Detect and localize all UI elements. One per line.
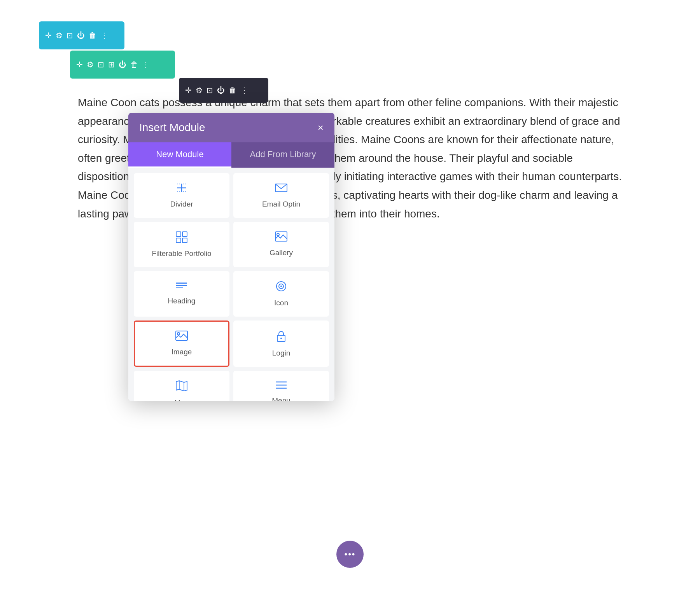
settings-icon-3[interactable]: ⚙ bbox=[196, 86, 203, 95]
filterable-portfolio-icon bbox=[175, 231, 188, 245]
module-gallery[interactable]: Gallery bbox=[233, 222, 329, 267]
module-icon-label: Icon bbox=[274, 299, 288, 307]
modal-tabs: New Module Add From Library bbox=[128, 142, 334, 168]
svg-rect-6 bbox=[182, 232, 187, 236]
email-optin-icon bbox=[275, 182, 288, 196]
svg-point-18 bbox=[177, 333, 180, 335]
module-menu-label: Menu bbox=[272, 396, 290, 401]
svg-rect-8 bbox=[182, 238, 187, 243]
svg-point-20 bbox=[280, 338, 282, 339]
modal-close-button[interactable]: × bbox=[318, 123, 324, 133]
module-divider[interactable]: Divider bbox=[134, 173, 229, 218]
dots-icon: ••• bbox=[344, 549, 355, 559]
menu-icon bbox=[275, 380, 287, 392]
toolbar-2[interactable]: ✛ ⚙ ⊡ ⊞ ⏻ 🗑 ⋮ bbox=[70, 51, 175, 79]
module-heading[interactable]: Heading bbox=[134, 271, 229, 317]
module-map-label: Map bbox=[175, 398, 189, 401]
move-icon[interactable]: ✛ bbox=[45, 31, 52, 40]
tab-new-module[interactable]: New Module bbox=[128, 142, 231, 168]
delete-icon-3[interactable]: 🗑 bbox=[229, 86, 236, 95]
module-image[interactable]: Image bbox=[134, 321, 229, 367]
svg-point-10 bbox=[277, 233, 279, 236]
duplicate-icon-3[interactable]: ⊡ bbox=[206, 86, 213, 95]
toolbar-1[interactable]: ✛ ⚙ ⊡ ⏻ 🗑 ⋮ bbox=[39, 21, 124, 49]
module-filterable-portfolio-label: Filterable Portfolio bbox=[152, 249, 211, 258]
module-image-label: Image bbox=[172, 348, 192, 356]
duplicate-icon-2[interactable]: ⊡ bbox=[98, 60, 104, 69]
power-icon-3[interactable]: ⏻ bbox=[217, 86, 225, 95]
power-icon[interactable]: ⏻ bbox=[77, 31, 85, 40]
svg-rect-5 bbox=[176, 232, 181, 236]
module-menu[interactable]: Menu bbox=[233, 371, 329, 401]
toolbar-3[interactable]: ✛ ⚙ ⊡ ⏻ 🗑 ⋮ bbox=[179, 78, 268, 103]
module-map[interactable]: Map bbox=[134, 371, 229, 401]
module-icon[interactable]: Icon bbox=[233, 271, 329, 317]
delete-icon[interactable]: 🗑 bbox=[89, 31, 96, 40]
modal-body: Divider Email Optin Filter bbox=[128, 168, 334, 401]
move-icon-2[interactable]: ✛ bbox=[76, 60, 83, 69]
divider-icon bbox=[175, 182, 188, 196]
module-heading-label: Heading bbox=[168, 297, 196, 305]
login-icon bbox=[276, 330, 287, 345]
icon-module-icon bbox=[275, 280, 287, 295]
more-icon-3[interactable]: ⋮ bbox=[240, 86, 248, 95]
module-filterable-portfolio[interactable]: Filterable Portfolio bbox=[134, 222, 229, 267]
delete-icon-2[interactable]: 🗑 bbox=[130, 60, 138, 69]
grid-icon[interactable]: ⊞ bbox=[108, 60, 115, 69]
module-login-label: Login bbox=[272, 349, 290, 357]
svg-rect-7 bbox=[176, 238, 181, 243]
power-icon-2[interactable]: ⏻ bbox=[119, 60, 126, 69]
modal-header: Insert Module × bbox=[128, 113, 334, 142]
more-icon-2[interactable]: ⋮ bbox=[142, 60, 150, 69]
modal-title: Insert Module bbox=[139, 121, 205, 134]
settings-icon[interactable]: ⚙ bbox=[56, 31, 63, 40]
module-gallery-label: Gallery bbox=[270, 249, 293, 257]
gallery-icon bbox=[275, 231, 288, 245]
image-icon bbox=[175, 330, 188, 344]
move-icon-3[interactable]: ✛ bbox=[185, 86, 192, 95]
more-icon[interactable]: ⋮ bbox=[100, 31, 108, 40]
svg-rect-17 bbox=[176, 331, 187, 340]
svg-point-16 bbox=[280, 285, 282, 287]
settings-icon-2[interactable]: ⚙ bbox=[87, 60, 94, 69]
map-icon bbox=[175, 380, 188, 394]
duplicate-icon[interactable]: ⊡ bbox=[66, 31, 73, 40]
module-email-optin-label: Email Optin bbox=[262, 200, 300, 208]
module-email-optin[interactable]: Email Optin bbox=[233, 173, 329, 218]
module-login[interactable]: Login bbox=[233, 321, 329, 367]
tab-add-from-library[interactable]: Add From Library bbox=[231, 142, 334, 168]
content-area: Maine Coon cats possess a unique charm t… bbox=[0, 0, 700, 599]
svg-rect-9 bbox=[275, 232, 287, 241]
module-divider-label: Divider bbox=[170, 200, 193, 208]
heading-icon bbox=[175, 280, 188, 293]
bottom-more-button[interactable]: ••• bbox=[336, 541, 364, 568]
insert-module-modal: Insert Module × New Module Add From Libr… bbox=[128, 113, 334, 401]
